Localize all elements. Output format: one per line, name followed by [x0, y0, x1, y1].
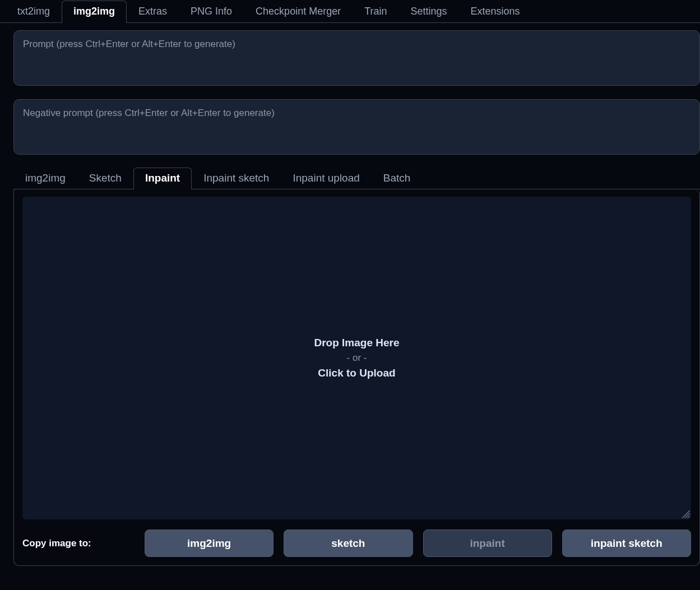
- negative-prompt-input[interactable]: [13, 99, 700, 155]
- copy-to-inpaint-sketch-button[interactable]: inpaint sketch: [562, 529, 691, 557]
- dropzone-line3: Click to Upload: [318, 367, 395, 379]
- prompt-block: [0, 23, 700, 157]
- subtab-sketch[interactable]: Sketch: [77, 168, 133, 189]
- inpaint-panel: Drop Image Here - or - Click to Upload C…: [13, 189, 700, 566]
- image-dropzone[interactable]: Drop Image Here - or - Click to Upload: [22, 197, 691, 519]
- subtab-batch[interactable]: Batch: [372, 168, 423, 189]
- dropzone-line2: - or -: [347, 352, 367, 364]
- tab-train[interactable]: Train: [353, 1, 398, 23]
- subtab-inpaint-sketch[interactable]: Inpaint sketch: [192, 168, 281, 189]
- copy-image-to-label: Copy image to:: [22, 538, 135, 549]
- img2img-subwrapper: img2img Sketch Inpaint Inpaint sketch In…: [0, 157, 700, 566]
- tab-txt2img[interactable]: txt2img: [6, 1, 62, 23]
- tab-extras[interactable]: Extras: [127, 1, 179, 23]
- tab-ckpt-merge[interactable]: Checkpoint Merger: [244, 1, 353, 23]
- subtab-inpaint-upload[interactable]: Inpaint upload: [281, 168, 371, 189]
- copy-image-to-row: Copy image to: img2img sketch inpaint in…: [22, 529, 691, 557]
- top-tabs: txt2img img2img Extras PNG Info Checkpoi…: [0, 0, 700, 23]
- subtab-img2img[interactable]: img2img: [13, 168, 77, 189]
- tab-pnginfo[interactable]: PNG Info: [179, 1, 244, 23]
- prompt-input[interactable]: [13, 30, 700, 86]
- copy-to-img2img-button[interactable]: img2img: [145, 529, 273, 557]
- tab-settings[interactable]: Settings: [399, 1, 459, 23]
- tab-extensions[interactable]: Extensions: [459, 1, 532, 23]
- resize-handle-icon: [682, 510, 690, 518]
- subtab-inpaint[interactable]: Inpaint: [133, 168, 192, 189]
- copy-to-sketch-button[interactable]: sketch: [284, 529, 412, 557]
- sub-tabs: img2img Sketch Inpaint Inpaint sketch In…: [13, 168, 700, 189]
- dropzone-line1: Drop Image Here: [314, 337, 399, 349]
- tab-img2img[interactable]: img2img: [62, 1, 127, 23]
- copy-to-inpaint-button: inpaint: [423, 529, 552, 557]
